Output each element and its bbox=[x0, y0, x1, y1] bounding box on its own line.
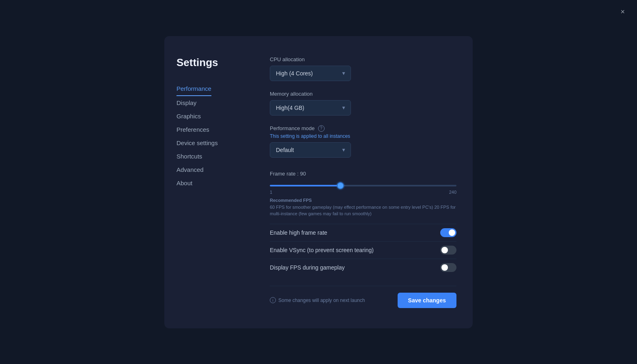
page-title: Settings bbox=[176, 56, 254, 69]
sidebar-item-graphics[interactable]: Graphics bbox=[176, 109, 254, 123]
toggle-row-display-fps: Display FPS during gameplay bbox=[270, 259, 456, 276]
sidebar-item-device-settings[interactable]: Device settings bbox=[176, 136, 254, 150]
memory-allocation-label: Memory allocation bbox=[270, 91, 456, 97]
sidebar: Settings PerformanceDisplayGraphicsPrefe… bbox=[164, 56, 254, 308]
save-changes-button[interactable]: Save changes bbox=[398, 293, 456, 308]
performance-mode-wrapper: DefaultBalancedPower SaverHigh Performan… bbox=[270, 142, 351, 158]
settings-dialog: Settings PerformanceDisplayGraphicsPrefe… bbox=[164, 36, 473, 328]
footer-note: i Some changes will apply on next launch bbox=[270, 297, 365, 303]
toggle-thumb-vsync bbox=[441, 247, 448, 253]
memory-allocation-wrapper: Low (1 GB)Medium (2 GB)High(4 GB)Ultra (… bbox=[270, 100, 351, 116]
toggle-thumb-display-fps bbox=[441, 264, 448, 271]
cpu-allocation-select[interactable]: Low (1 Core)Medium (2 Cores)High (4 Core… bbox=[270, 66, 351, 81]
footer-note-text: Some changes will apply on next launch bbox=[278, 298, 365, 303]
fps-recommended-title: Recommended FPS bbox=[270, 198, 456, 203]
main-content: CPU allocation Low (1 Core)Medium (2 Cor… bbox=[254, 56, 473, 308]
frame-rate-min-label: 1 bbox=[270, 190, 272, 195]
fps-recommended-desc: 60 FPS for smoother gameplay (may effect… bbox=[270, 204, 456, 217]
toggle-row-vsync: Enable VSync (to prevent screen tearing) bbox=[270, 241, 456, 259]
sidebar-item-performance[interactable]: Performance bbox=[176, 82, 211, 96]
cpu-allocation-label: CPU allocation bbox=[270, 56, 456, 62]
toggle-label-vsync: Enable VSync (to prevent screen tearing) bbox=[270, 247, 374, 253]
toggle-display-fps[interactable] bbox=[440, 263, 456, 272]
cpu-allocation-wrapper: Low (1 Core)Medium (2 Cores)High (4 Core… bbox=[270, 66, 351, 81]
toggle-thumb-high-frame-rate bbox=[449, 229, 455, 236]
memory-allocation-select[interactable]: Low (1 GB)Medium (2 GB)High(4 GB)Ultra (… bbox=[270, 100, 351, 116]
toggle-label-high-frame-rate: Enable high frame rate bbox=[270, 229, 327, 236]
close-icon: × bbox=[620, 8, 625, 16]
performance-mode-select[interactable]: DefaultBalancedPower SaverHigh Performan… bbox=[270, 142, 351, 158]
performance-mode-sublabel: This setting is applied to all instances bbox=[270, 133, 456, 139]
close-button[interactable]: × bbox=[620, 8, 625, 15]
performance-mode-help-icon[interactable]: ? bbox=[318, 125, 325, 132]
frame-rate-range-labels: 1 240 bbox=[270, 190, 456, 195]
toggle-label-display-fps: Display FPS during gameplay bbox=[270, 264, 344, 271]
sidebar-item-advanced[interactable]: Advanced bbox=[176, 163, 254, 176]
footer-bar: i Some changes will apply on next launch… bbox=[270, 286, 456, 308]
sidebar-item-preferences[interactable]: Preferences bbox=[176, 123, 254, 136]
footer-info-icon: i bbox=[270, 297, 276, 303]
frame-rate-max-label: 240 bbox=[449, 190, 456, 195]
sidebar-item-about[interactable]: About bbox=[176, 176, 254, 190]
frame-rate-slider[interactable] bbox=[270, 185, 456, 186]
performance-mode-label: Performance mode bbox=[270, 125, 315, 131]
sidebar-item-display[interactable]: Display bbox=[176, 96, 254, 109]
toggle-row-high-frame-rate: Enable high frame rate bbox=[270, 224, 456, 241]
toggle-high-frame-rate[interactable] bbox=[440, 228, 456, 237]
performance-mode-row: Performance mode ? bbox=[270, 125, 456, 132]
frame-rate-label: Frame rate : 90 bbox=[270, 171, 456, 177]
sidebar-item-shortcuts[interactable]: Shortcuts bbox=[176, 150, 254, 163]
frame-rate-slider-wrapper bbox=[270, 181, 456, 188]
toggle-vsync[interactable] bbox=[440, 246, 456, 255]
